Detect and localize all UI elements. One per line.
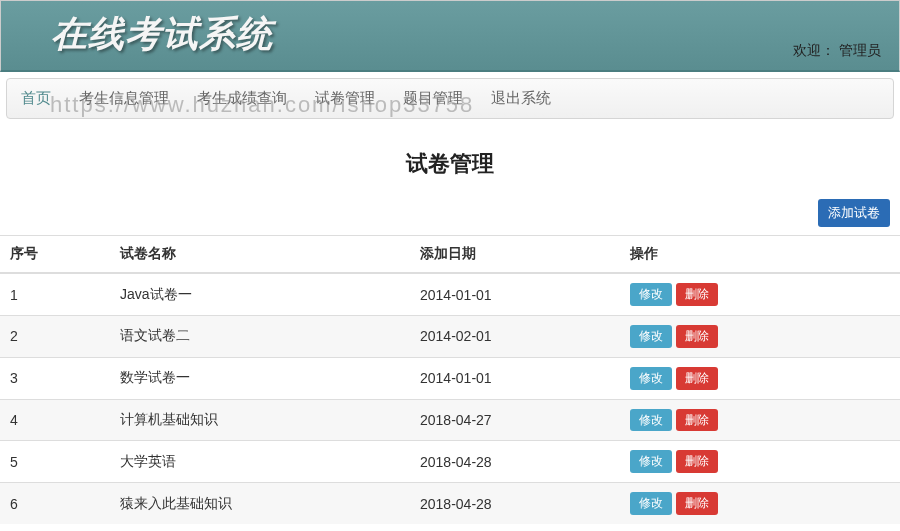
cell-name: 大学英语 <box>110 441 410 483</box>
cell-actions: 修改 删除 <box>620 357 900 399</box>
edit-button[interactable]: 修改 <box>630 492 672 515</box>
cell-date: 2018-04-27 <box>410 399 620 441</box>
nav-score-query[interactable]: 考生成绩查询 <box>197 89 287 108</box>
edit-button[interactable]: 修改 <box>630 409 672 432</box>
cell-actions: 修改 删除 <box>620 399 900 441</box>
cell-actions: 修改 删除 <box>620 441 900 483</box>
nav-question-manage[interactable]: 题目管理 <box>403 89 463 108</box>
edit-button[interactable]: 修改 <box>630 450 672 473</box>
app-title: 在线考试系统 <box>16 1 884 66</box>
cell-date: 2014-02-01 <box>410 315 620 357</box>
cell-name: 数学试卷一 <box>110 357 410 399</box>
table-row: 6猿来入此基础知识2018-04-28修改 删除 <box>0 483 900 524</box>
delete-button[interactable]: 删除 <box>676 450 718 473</box>
table-row: 1Java试卷一2014-01-01修改 删除 <box>0 273 900 315</box>
delete-button[interactable]: 删除 <box>676 409 718 432</box>
welcome-text: 欢迎： 管理员 <box>793 42 881 60</box>
cell-name: 语文试卷二 <box>110 315 410 357</box>
nav-paper-manage[interactable]: 试卷管理 <box>315 89 375 108</box>
add-paper-button[interactable]: 添加试卷 <box>818 199 890 227</box>
cell-index: 6 <box>0 483 110 524</box>
nav-home[interactable]: 首页 <box>21 89 51 108</box>
welcome-user-link[interactable]: 管理员 <box>839 42 881 58</box>
cell-date: 2018-04-28 <box>410 441 620 483</box>
edit-button[interactable]: 修改 <box>630 325 672 348</box>
header: 在线考试系统 欢迎： 管理员 <box>0 0 900 72</box>
cell-date: 2014-01-01 <box>410 357 620 399</box>
nav-student-info[interactable]: 考生信息管理 <box>79 89 169 108</box>
cell-actions: 修改 删除 <box>620 273 900 315</box>
edit-button[interactable]: 修改 <box>630 283 672 306</box>
toolbar: 添加试卷 <box>0 199 900 235</box>
cell-actions: 修改 删除 <box>620 483 900 524</box>
cell-name: 计算机基础知识 <box>110 399 410 441</box>
delete-button[interactable]: 删除 <box>676 325 718 348</box>
cell-index: 1 <box>0 273 110 315</box>
th-index: 序号 <box>0 236 110 274</box>
table-row: 4计算机基础知识2018-04-27修改 删除 <box>0 399 900 441</box>
edit-button[interactable]: 修改 <box>630 367 672 390</box>
papers-table: 序号 试卷名称 添加日期 操作 1Java试卷一2014-01-01修改 删除2… <box>0 235 900 524</box>
page-title: 试卷管理 <box>0 149 900 179</box>
th-date: 添加日期 <box>410 236 620 274</box>
cell-actions: 修改 删除 <box>620 315 900 357</box>
cell-name: 猿来入此基础知识 <box>110 483 410 524</box>
cell-date: 2014-01-01 <box>410 273 620 315</box>
cell-date: 2018-04-28 <box>410 483 620 524</box>
delete-button[interactable]: 删除 <box>676 283 718 306</box>
welcome-prefix: 欢迎： <box>793 42 835 58</box>
delete-button[interactable]: 删除 <box>676 367 718 390</box>
cell-index: 4 <box>0 399 110 441</box>
th-name: 试卷名称 <box>110 236 410 274</box>
th-actions: 操作 <box>620 236 900 274</box>
cell-name: Java试卷一 <box>110 273 410 315</box>
table-row: 5大学英语2018-04-28修改 删除 <box>0 441 900 483</box>
cell-index: 5 <box>0 441 110 483</box>
navbar: 首页 考生信息管理 考生成绩查询 试卷管理 题目管理 退出系统 <box>6 78 894 119</box>
nav-logout[interactable]: 退出系统 <box>491 89 551 108</box>
cell-index: 3 <box>0 357 110 399</box>
table-row: 3数学试卷一2014-01-01修改 删除 <box>0 357 900 399</box>
delete-button[interactable]: 删除 <box>676 492 718 515</box>
cell-index: 2 <box>0 315 110 357</box>
table-row: 2语文试卷二2014-02-01修改 删除 <box>0 315 900 357</box>
